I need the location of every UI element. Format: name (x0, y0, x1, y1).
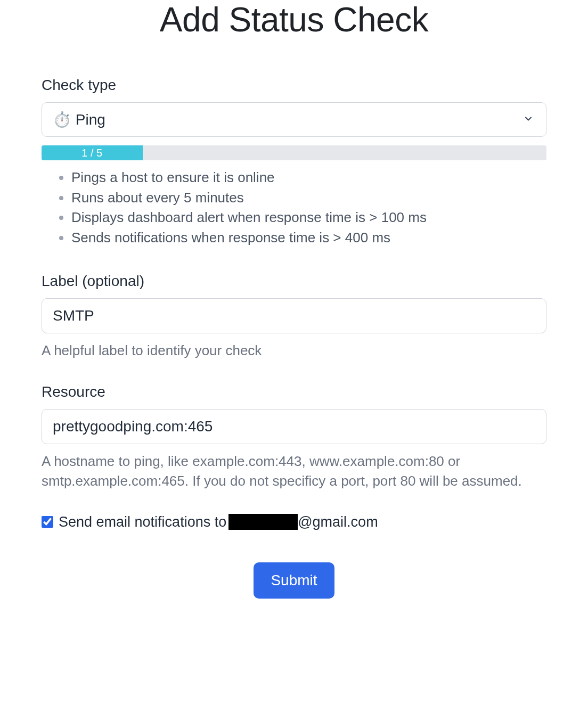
check-type-select-wrapper: ⏱️ Ping (42, 102, 546, 137)
check-type-description-list: Pings a host to ensure it is online Runs… (42, 168, 546, 248)
resource-input[interactable] (42, 409, 546, 444)
usage-progress-text: 1 / 5 (81, 147, 102, 159)
description-item: Sends notifications when response time i… (71, 228, 546, 248)
submit-row: Submit (42, 562, 546, 599)
resource-help-text: A hostname to ping, like example.com:443… (42, 452, 546, 490)
label-help-text: A helpful label to identify your check (42, 341, 546, 360)
description-item: Runs about every 5 minutes (71, 188, 546, 208)
redacted-email-user (228, 514, 298, 530)
resource-group: Resource A hostname to ping, like exampl… (42, 383, 546, 490)
resource-field-label: Resource (42, 383, 546, 400)
label-group: Label (optional) A helpful label to iden… (42, 273, 546, 360)
notifications-label-prefix: Send email notifications to (59, 514, 226, 530)
submit-button[interactable]: Submit (254, 562, 334, 599)
notifications-row: Send email notifications to @gmail.com (42, 514, 546, 530)
check-type-label: Check type (42, 77, 546, 94)
page-title: Add Status Check (42, 0, 546, 39)
description-item: Pings a host to ensure it is online (71, 168, 546, 188)
notifications-email-suffix: @gmail.com (298, 514, 378, 530)
description-item: Displays dashboard alert when response t… (71, 208, 546, 228)
check-type-group: Check type ⏱️ Ping 1 / 5 Pings a host to… (42, 77, 546, 248)
label-input[interactable] (42, 298, 546, 333)
notifications-checkbox[interactable] (42, 516, 53, 528)
notifications-label: Send email notifications to @gmail.com (59, 514, 378, 530)
check-type-select[interactable]: ⏱️ Ping (42, 102, 546, 137)
usage-progress-fill: 1 / 5 (42, 145, 143, 160)
label-field-label: Label (optional) (42, 273, 546, 290)
usage-progress-bar: 1 / 5 (42, 145, 546, 160)
